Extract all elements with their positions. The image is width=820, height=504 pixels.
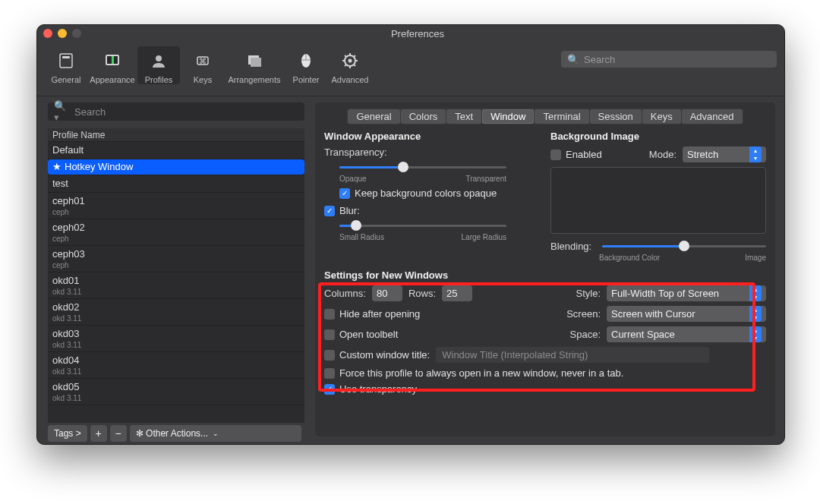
blur-slider[interactable] — [339, 219, 506, 232]
rows-label: Rows: — [408, 288, 436, 299]
toolbar-label: Profiles — [145, 75, 173, 84]
keys-icon: ⌘ — [187, 49, 219, 72]
toolbar-appearance[interactable]: Appearance — [89, 46, 136, 84]
screen-select[interactable]: Screen with Cursor ▴▾ — [607, 306, 766, 322]
force-new-window-checkbox[interactable]: Force this profile to always open in a n… — [324, 367, 766, 379]
toolbar-advanced[interactable]: Advanced — [329, 46, 371, 84]
tab-keys[interactable]: Keys — [642, 109, 681, 124]
slider-tick: Image — [745, 254, 766, 262]
profile-row[interactable]: okd03okd 3.11 — [48, 326, 304, 352]
hide-after-checkbox[interactable]: Hide after opening — [324, 308, 560, 320]
toolbar-profiles[interactable]: Profiles — [137, 46, 180, 84]
checkbox-label: Hide after opening — [339, 308, 420, 320]
profile-row[interactable]: okd05okd 3.11 — [48, 379, 304, 405]
profile-list-header[interactable]: Profile Name — [48, 128, 304, 142]
profile-name: ceph03 — [52, 247, 300, 261]
mode-select[interactable]: Stretch ▴▾ — [683, 146, 766, 162]
bg-image-well[interactable] — [550, 167, 766, 234]
stepper-icon: ▴▾ — [749, 326, 762, 342]
space-select[interactable]: Current Space ▴▾ — [607, 326, 766, 342]
transparency-slider[interactable] — [339, 161, 506, 173]
window-appearance-section: Window Appearance Transparency: Opaque T… — [324, 131, 540, 262]
profile-search-input[interactable] — [74, 106, 298, 118]
section-title: Settings for New Windows — [324, 269, 766, 281]
svg-point-5 — [156, 55, 162, 61]
tab-terminal[interactable]: Terminal — [535, 109, 588, 124]
titlebar[interactable]: Preferences — [37, 25, 784, 42]
profile-row[interactable]: test — [48, 175, 304, 193]
profile-row[interactable]: ceph02ceph — [48, 219, 304, 246]
preferences-window: Preferences General Appearance Profiles … — [36, 24, 785, 445]
toolbar-keys[interactable]: ⌘ Keys — [181, 46, 224, 84]
tab-window[interactable]: Window — [482, 109, 534, 124]
sidebar-bottom-bar: Tags > + − ✻ Other Actions... ⌄ — [48, 423, 304, 444]
tab-text[interactable]: Text — [446, 109, 481, 124]
profile-row[interactable]: okd01okd 3.11 — [48, 272, 304, 299]
use-transparency-checkbox[interactable]: Use transparency — [324, 383, 766, 395]
toolbar-search-input[interactable] — [584, 54, 771, 65]
minimize-icon[interactable] — [58, 29, 67, 38]
profile-tabs: GeneralColorsTextWindowTerminalSessionKe… — [347, 109, 743, 124]
close-icon[interactable] — [43, 29, 52, 38]
tab-general[interactable]: General — [348, 109, 399, 124]
section-title: Window Appearance — [324, 131, 540, 142]
columns-label: Columns: — [324, 288, 366, 299]
blending-slider[interactable] — [602, 240, 766, 252]
toolbar-arrangements[interactable]: Arrangements — [226, 46, 283, 84]
tags-button[interactable]: Tags > — [48, 425, 87, 442]
zoom-icon[interactable] — [72, 29, 81, 38]
checkbox-label: Enabled — [566, 149, 602, 160]
svg-point-14 — [348, 59, 352, 63]
toolbar-general[interactable]: General — [45, 46, 87, 84]
toolbar-label: General — [51, 75, 80, 84]
custom-title-checkbox[interactable]: Custom window title: — [324, 349, 430, 361]
rows-input[interactable]: 25 — [442, 285, 472, 301]
slider-tick: Transparent — [465, 175, 506, 183]
search-icon: 🔍 — [567, 54, 579, 65]
columns-input[interactable]: 80 — [372, 285, 402, 301]
stepper-icon: ▴▾ — [749, 285, 762, 301]
profile-row[interactable]: okd02okd 3.11 — [48, 299, 304, 326]
settings-panel: GeneralColorsTextWindowTerminalSessionKe… — [315, 102, 775, 436]
profile-list[interactable]: Default★Hotkey Windowtestceph01cephceph0… — [48, 142, 304, 423]
general-icon — [50, 49, 82, 72]
bg-enabled-checkbox[interactable]: Enabled — [550, 149, 602, 160]
toolbar-search[interactable]: 🔍 — [561, 51, 777, 68]
toolbar-pointer[interactable]: Pointer — [285, 46, 327, 84]
open-toolbelt-checkbox[interactable]: Open toolbelt — [324, 329, 560, 340]
tab-colors[interactable]: Colors — [401, 109, 446, 124]
profile-name: okd01 — [52, 274, 300, 288]
remove-profile-button[interactable]: − — [110, 425, 127, 442]
svg-line-19 — [345, 55, 346, 57]
other-actions-button[interactable]: ✻ Other Actions... ⌄ — [130, 425, 301, 442]
select-value: Screen with Cursor — [611, 308, 749, 320]
profile-name: okd02 — [52, 301, 300, 314]
profile-row[interactable]: Default — [48, 142, 304, 159]
profile-subtitle: ceph — [52, 208, 300, 217]
profile-subtitle: okd 3.11 — [52, 394, 300, 403]
screen-label: Screen: — [566, 308, 601, 320]
select-value: Full-Width Top of Screen — [611, 288, 749, 299]
window-title: Preferences — [81, 28, 754, 39]
keep-bg-checkbox[interactable]: Keep background colors opaque — [339, 187, 540, 199]
tab-session[interactable]: Session — [590, 109, 642, 124]
profile-subtitle: okd 3.11 — [52, 314, 300, 323]
checkbox-icon — [324, 384, 335, 395]
profile-row[interactable]: okd04okd 3.11 — [48, 352, 304, 379]
star-icon: ★ — [52, 161, 62, 172]
style-label: Style: — [566, 288, 601, 299]
slider-tick: Small Radius — [339, 233, 384, 241]
other-actions-label: Other Actions... — [146, 428, 208, 439]
profile-row[interactable]: ceph01ceph — [48, 193, 304, 219]
profile-row[interactable]: ceph03ceph — [48, 246, 304, 272]
svg-line-21 — [345, 65, 346, 66]
pointer-icon — [290, 49, 322, 72]
tab-advanced[interactable]: Advanced — [682, 109, 743, 124]
content: 🔍▾ Profile Name Default★Hotkey Windowtes… — [37, 96, 784, 444]
profile-search[interactable]: 🔍▾ — [48, 102, 304, 121]
style-select[interactable]: Full-Width Top of Screen ▴▾ — [607, 285, 766, 301]
blur-checkbox[interactable]: Blur: — [324, 205, 540, 216]
add-profile-button[interactable]: + — [90, 425, 107, 442]
profile-row[interactable]: ★Hotkey Window — [48, 159, 304, 175]
custom-title-input[interactable]: Window Title (Interpolated String) — [436, 347, 709, 363]
